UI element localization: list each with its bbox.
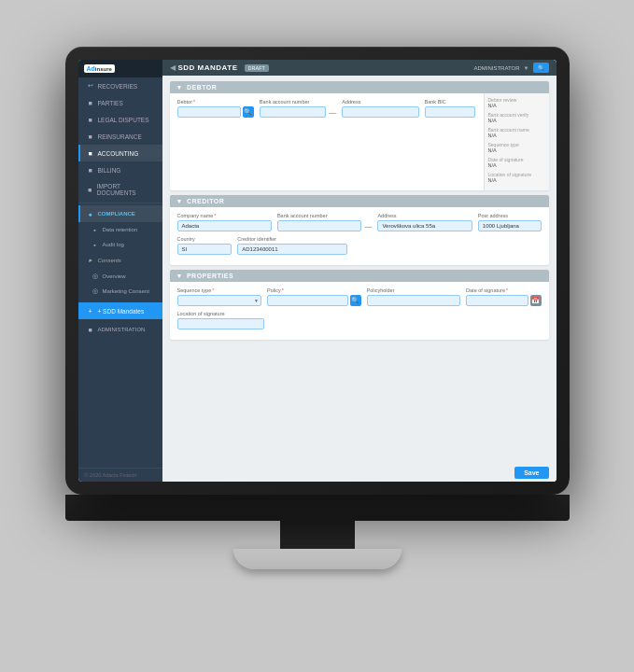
- consents-icon: ▸: [87, 257, 94, 264]
- sidebar-item-import-documents[interactable]: ■ IMPORT DOCUMENTS: [78, 178, 162, 201]
- policy-label: Policy: [267, 287, 361, 293]
- debtor-search-button[interactable]: 🔍: [243, 106, 254, 118]
- date-picker-button[interactable]: 📅: [530, 295, 542, 306]
- sdd-icon: +: [87, 307, 94, 315]
- creditor-section-header[interactable]: ▼ CREDITOR: [170, 195, 549, 207]
- properties-section: ▼ PROPERTIES Sequence type ▼: [170, 270, 549, 340]
- bank-bic-label: Bank BIC: [425, 99, 476, 105]
- draft-badge: DRAFT: [245, 64, 269, 72]
- sidebar-subitem-marketing-consent[interactable]: ◎ Marketing Consent: [78, 284, 162, 299]
- sidebar-item-parties[interactable]: ■ PARTIES: [78, 94, 162, 111]
- policyholder-input[interactable]: [367, 295, 461, 306]
- sidebar-footer: © 2020 Adacta Fintech: [78, 468, 162, 482]
- content-area: ▼ DEBTOR Debtor: [162, 76, 557, 464]
- creditor-bank-account-label: Bank account number: [277, 213, 372, 218]
- monitor-screen: Adinsure ↩ RECOVERIES ■ PARTIES: [78, 60, 557, 482]
- search-button[interactable]: 🔍: [533, 63, 549, 73]
- debtor-section-body: Debtor 🔍 Bank account number: [170, 93, 484, 190]
- creditor-identifier-input[interactable]: AD123400011: [237, 244, 346, 255]
- properties-section-header[interactable]: ▼ PROPERTIES: [170, 270, 549, 282]
- policy-input[interactable]: [267, 295, 348, 306]
- sidebar-navigation: ↩ RECOVERIES ■ PARTIES ■ LEGAL DISPUTES: [78, 77, 162, 468]
- sequence-type-select[interactable]: ▼: [177, 295, 261, 306]
- creditor-arrow-icon: ▼: [176, 198, 183, 204]
- sidebar-subitem-data-retention[interactable]: ▪ Data retention: [78, 222, 162, 237]
- import-icon: ■: [87, 186, 93, 193]
- policy-search-button[interactable]: 🔍: [350, 295, 361, 306]
- bank-account-label: Bank account number: [260, 99, 336, 105]
- company-name-label: Company name: [177, 213, 272, 218]
- debtor-arrow-icon: ▼: [176, 84, 183, 91]
- main-content: ◀ SDD MANDATE DRAFT ADMINISTRATOR ▼ 🔍: [162, 60, 557, 482]
- sidebar-item-legal-disputes[interactable]: ■ LEGAL DISPUTES: [78, 111, 162, 128]
- app-layout: Adinsure ↩ RECOVERIES ■ PARTIES: [78, 60, 557, 482]
- post-address-label: Post address: [478, 213, 542, 218]
- bottom-bar: Save: [162, 464, 557, 482]
- sidebar-item-consents[interactable]: ▸ Consents: [78, 252, 162, 269]
- select-arrow-icon: ▼: [254, 298, 259, 303]
- debtor-section: ▼ DEBTOR Debtor: [170, 81, 549, 190]
- legal-icon: ■: [87, 116, 94, 123]
- app-logo: Adinsure: [84, 64, 115, 73]
- creditor-section: ▼ CREDITOR Company name Adacta: [170, 195, 549, 265]
- reinsurance-icon: ■: [87, 133, 94, 140]
- monitor-stand-base: [233, 549, 402, 569]
- sidebar-item-sdd-mandates[interactable]: + + SDD Mandates: [78, 302, 162, 319]
- address-input[interactable]: [342, 106, 418, 118]
- overview-icon: ◎: [92, 273, 99, 280]
- bank-account-input[interactable]: [260, 106, 326, 118]
- recoveries-icon: ↩: [87, 82, 94, 90]
- admin-label: ADMINISTRATOR: [473, 65, 519, 71]
- sidebar-item-accounting[interactable]: ■ ACCOUNTING: [78, 145, 162, 161]
- sequence-type-label: Sequence type: [177, 287, 261, 293]
- properties-section-body: Sequence type ▼ Policy: [170, 282, 549, 340]
- debtor-input[interactable]: [177, 106, 241, 118]
- page-title: SDD MANDATE: [178, 63, 238, 72]
- top-bar: ◀ SDD MANDATE DRAFT ADMINISTRATOR ▼ 🔍: [162, 60, 557, 76]
- post-address-input[interactable]: 1000 Ljubljana: [478, 220, 542, 231]
- bank-bic-input[interactable]: [425, 106, 476, 118]
- billing-icon: ■: [87, 166, 94, 174]
- data-retention-icon: ▪: [92, 226, 99, 233]
- creditor-address-label: Address: [377, 213, 472, 218]
- debtor-section-header[interactable]: ▼ DEBTOR: [170, 81, 549, 93]
- sidebar-item-recoveries[interactable]: ↩ RECOVERIES: [78, 77, 162, 94]
- monitor-stand-top: [280, 521, 355, 549]
- save-button[interactable]: Save: [514, 467, 548, 479]
- company-name-input[interactable]: Adacta: [177, 220, 272, 231]
- sidebar-subitem-audit-log[interactable]: ▪ Audit log: [78, 237, 162, 252]
- sidebar-item-compliance[interactable]: ● COMPLIANCE: [78, 205, 162, 222]
- policyholder-label: Policyholder: [367, 287, 461, 293]
- admin-icon: ■: [87, 326, 94, 333]
- properties-arrow-icon: ▼: [176, 273, 183, 279]
- location-of-signature-label: Location of signature: [177, 311, 264, 316]
- monitor-wrapper: Adinsure ↩ RECOVERIES ■ PARTIES: [56, 47, 579, 625]
- debtor-label: Debtor: [177, 99, 254, 105]
- location-of-signature-input[interactable]: [177, 318, 264, 329]
- sidebar-item-administration[interactable]: ■ ADMINISTRATION: [78, 321, 162, 338]
- sidebar-item-billing[interactable]: ■ BILLING: [78, 161, 162, 178]
- country-input[interactable]: SI: [177, 244, 232, 255]
- address-label: Address: [342, 99, 418, 105]
- date-of-signature-input[interactable]: [466, 295, 528, 306]
- compliance-icon: ●: [87, 210, 94, 217]
- sidebar: Adinsure ↩ RECOVERIES ■ PARTIES: [78, 60, 162, 482]
- accounting-icon: ■: [87, 149, 94, 157]
- monitor-body: Adinsure ↩ RECOVERIES ■ PARTIES: [65, 47, 570, 495]
- audit-log-icon: ▪: [92, 241, 99, 248]
- parties-icon: ■: [87, 99, 94, 106]
- sidebar-subitem-overview[interactable]: ◎ Overview: [78, 269, 162, 284]
- sidebar-item-reinsurance[interactable]: ■ REINSURANCE: [78, 128, 162, 145]
- country-label: Country: [177, 236, 232, 242]
- creditor-bank-account-input[interactable]: [277, 220, 361, 231]
- sidebar-logo: Adinsure: [78, 60, 162, 77]
- marketing-icon: ◎: [92, 287, 99, 295]
- creditor-address-input[interactable]: Verovškova ulica 55a: [377, 220, 472, 231]
- date-of-signature-label: Date of signature: [466, 287, 541, 293]
- creditor-section-body: Company name Adacta Bank account number: [170, 207, 549, 265]
- monitor-chin: [65, 495, 570, 521]
- creditor-identifier-label: Creditor identifier: [237, 236, 346, 242]
- debtor-side-panel: Debtor review N/A Bank account verify N/…: [484, 93, 549, 190]
